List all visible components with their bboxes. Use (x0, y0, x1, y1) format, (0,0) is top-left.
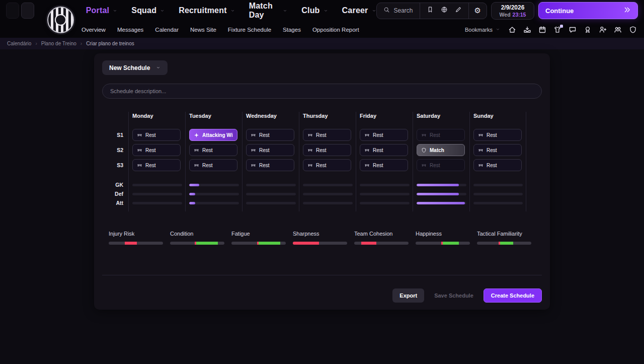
subnav-item-opposition-report[interactable]: Opposition Report (312, 27, 359, 33)
home-icon[interactable] (508, 26, 516, 34)
nav-item-label: Squad (131, 6, 156, 15)
session-cell-wednesday-s1[interactable]: Rest (246, 129, 294, 141)
day-column-thursday: ThursdayRestRestRest (299, 112, 356, 211)
session-cell-sunday-s2[interactable]: Rest (473, 144, 522, 156)
app-root: PortalSquadRecruitmentMatch DayClubCaree… (0, 0, 644, 364)
back-button[interactable] (6, 3, 19, 19)
indicator-label: Tactical Familiarity (477, 231, 531, 237)
day-column-friday: FridayRestRestRest (356, 112, 413, 211)
chevron-down-icon (113, 6, 117, 15)
session-label: Rest (373, 132, 383, 138)
attacking-wings-icon (194, 132, 199, 138)
indicator-segment-positive (500, 242, 513, 245)
schedule-name-dropdown[interactable]: New Schedule (102, 60, 168, 75)
shield-icon[interactable] (629, 26, 637, 34)
subnav-item-stages[interactable]: Stages (283, 27, 301, 33)
session-cell-friday-s3[interactable]: Rest (360, 159, 408, 171)
session-cell-sunday-s3[interactable]: Rest (473, 159, 522, 171)
main-nav: PortalSquadRecruitmentMatch DayClubCaree… (86, 2, 376, 20)
session-cell-wednesday-s3[interactable]: Rest (246, 159, 294, 171)
session-cell-thursday-s3[interactable]: Rest (303, 159, 351, 171)
globe-icon[interactable] (441, 6, 448, 15)
schedule-description-input[interactable] (102, 84, 542, 99)
session-cell-friday-s2[interactable]: Rest (360, 144, 408, 156)
session-cell-thursday-s2[interactable]: Rest (303, 144, 351, 156)
nav-item-career[interactable]: Career (342, 6, 376, 15)
forward-button[interactable] (21, 3, 34, 19)
session-label: Rest (487, 132, 497, 138)
intensity-bar-sunday-def (473, 193, 523, 195)
game-date: 2/9/2026 (497, 4, 529, 11)
footer-divider (102, 275, 542, 275)
nav-item-label: Match Day (249, 2, 280, 20)
squad-icon[interactable] (614, 26, 622, 34)
subnav-item-news-site[interactable]: News Site (190, 27, 216, 33)
session-cell-saturday-s3[interactable]: Rest (417, 159, 465, 171)
save-schedule-button[interactable]: Save Schedule (427, 288, 480, 303)
bookmarks-dropdown[interactable]: Bookmarks (465, 27, 500, 33)
session-cell-monday-s3[interactable]: Rest (132, 159, 181, 171)
game-time: 23:15 (513, 12, 526, 18)
breadcrumb: Calendário›Plano de Treino›Criar plano d… (0, 38, 644, 49)
quick-access-icons (508, 26, 637, 34)
calendar-icon[interactable] (538, 26, 546, 34)
content-area: New Schedule S1S2S3GKDefAttMondayRestRes… (0, 49, 644, 364)
session-cell-saturday-s1[interactable]: Rest (417, 129, 465, 141)
continue-button[interactable]: Continue (538, 2, 638, 19)
spacer (360, 174, 410, 180)
chat-icon[interactable] (569, 26, 577, 34)
intensity-bar-sunday-gk (473, 184, 523, 186)
spacer (102, 112, 123, 129)
session-cell-tuesday-s2[interactable]: Rest (189, 144, 237, 156)
settings-button[interactable]: ⚙ (468, 3, 487, 19)
subnav-item-fixture-schedule[interactable]: Fixture Schedule (228, 27, 271, 33)
club-logo[interactable] (47, 7, 74, 33)
session-cell-monday-s2[interactable]: Rest (132, 144, 181, 156)
rest-icon (137, 148, 142, 153)
rest-icon (307, 163, 313, 168)
session-cell-wednesday-s2[interactable]: Rest (246, 144, 294, 156)
session-cell-monday-s1[interactable]: Rest (132, 129, 181, 141)
kit-icon[interactable] (553, 26, 561, 34)
session-cell-saturday-s2[interactable]: Match (417, 144, 465, 156)
session-cell-sunday-s1[interactable]: Rest (473, 129, 522, 141)
intensity-bar-row (360, 198, 410, 207)
nav-item-recruitment[interactable]: Recruitment (179, 6, 235, 15)
rest-icon (364, 148, 370, 153)
pencil-icon[interactable] (455, 6, 462, 15)
nav-item-portal[interactable]: Portal (86, 6, 118, 15)
medal-icon[interactable] (584, 26, 592, 34)
nav-item-club[interactable]: Club (301, 6, 328, 15)
bookmark-icon[interactable] (427, 6, 434, 15)
breadcrumb-item[interactable]: Calendário (7, 41, 31, 46)
intensity-bar-monday-att (132, 202, 182, 204)
create-schedule-button[interactable]: Create Schedule (484, 288, 542, 303)
subnav-item-overview[interactable]: Overview (82, 27, 106, 33)
breadcrumb-item[interactable]: Criar plano de treinos (86, 41, 134, 46)
rest-icon (307, 132, 313, 138)
player-add-icon[interactable] (599, 26, 607, 34)
nav-item-match-day[interactable]: Match Day (249, 2, 288, 20)
export-button[interactable]: Export (392, 288, 424, 303)
subnav-item-messages[interactable]: Messages (117, 27, 143, 33)
session-cell-thursday-s1[interactable]: Rest (303, 129, 351, 141)
session-cell-friday-s1[interactable]: Rest (360, 129, 408, 141)
indicator-label: Condition (170, 231, 224, 237)
session-cell-tuesday-s3[interactable]: Rest (189, 159, 237, 171)
chevron-down-icon (230, 6, 235, 15)
subnav-item-calendar[interactable]: Calendar (155, 27, 179, 33)
intensity-bar-row (360, 189, 410, 198)
spacer (102, 174, 123, 180)
nav-item-squad[interactable]: Squad (131, 6, 165, 15)
search-icon (383, 7, 390, 15)
session-cell-tuesday-s1[interactable]: Attacking Wings (189, 129, 237, 141)
day-header: Friday (360, 112, 410, 129)
breadcrumb-item[interactable]: Plano de Treino (41, 41, 76, 46)
inbox-icon[interactable] (523, 26, 531, 34)
intensity-bar-monday-gk (132, 184, 182, 186)
nav-item-label: Club (301, 6, 319, 15)
breadcrumb-separator-icon: › (35, 41, 37, 46)
search-input[interactable]: Search (377, 3, 420, 19)
intensity-bar-sunday-att (473, 202, 523, 204)
nav-item-label: Recruitment (179, 6, 227, 15)
